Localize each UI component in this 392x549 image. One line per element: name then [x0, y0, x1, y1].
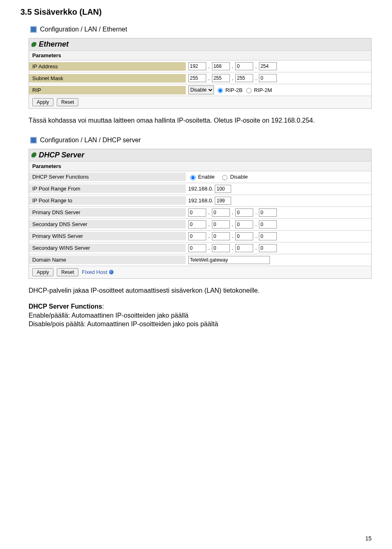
reset-button[interactable]: Reset [57, 268, 78, 276]
dhcp-disable-label: Disable [230, 174, 247, 180]
ethernet-description: Tässä kohdassa voi muuttaa laitteen omaa… [29, 116, 363, 125]
dot-icon: . [255, 75, 257, 81]
leaf-icon [31, 152, 36, 157]
ip-octet-4[interactable] [259, 62, 277, 70]
ip-address-row: IP Address . . . [29, 61, 371, 72]
mask-octet-2[interactable] [212, 74, 230, 82]
dhcp-functions-heading: DHCP Server Functions [29, 303, 102, 310]
dhcp-enable-radio[interactable] [190, 175, 196, 180]
sdns-octet-2[interactable] [212, 220, 230, 229]
pdns-octet-2[interactable] [212, 208, 230, 217]
secondary-wins-row: Secondary WINS Server . . . [29, 242, 371, 254]
domain-name-input[interactable] [188, 256, 270, 264]
pwins-octet-4[interactable] [259, 232, 277, 240]
ethernet-panel: Ethernet Parameters IP Address . . . Sub… [29, 38, 372, 109]
pool-from-prefix: 192.168.0. [188, 186, 213, 192]
dot-icon: . [208, 63, 210, 69]
pool-from-row: IP Pool Range From 192.168.0. [29, 183, 371, 195]
primary-dns-row: Primary DNS Server . . . [29, 207, 371, 219]
sdns-octet-3[interactable] [235, 220, 253, 229]
ip-octet-3[interactable] [235, 62, 253, 70]
rip-label: RIP [29, 86, 186, 94]
ip-octet-1[interactable] [188, 62, 206, 70]
pool-from-label: IP Pool Range From [29, 184, 186, 193]
dhcp-description: DHCP-palvelin jakaa IP-osoitteet automaa… [29, 286, 363, 295]
dot-icon: . [232, 75, 234, 81]
dhcp-functions-line2: Disable/pois päältä: Automaattinen IP-os… [29, 320, 218, 327]
breadcrumb-ethernet: Configuration / LAN / Ethernet [30, 26, 372, 33]
dot-icon: . [255, 233, 257, 239]
swins-octet-4[interactable] [259, 244, 277, 252]
dhcp-button-row: Apply Reset Fixed Host [29, 266, 371, 278]
pool-to-prefix: 192.168.0. [188, 197, 213, 204]
mask-octet-4[interactable] [259, 74, 277, 82]
circle-arrow-icon [109, 270, 114, 274]
subnet-mask-row: Subnet Mask . . . [29, 72, 371, 84]
ethernet-button-row: Apply Reset [29, 96, 371, 108]
secondary-dns-label: Secondary DNS Server [29, 220, 186, 229]
subnet-mask-label: Subnet Mask [29, 74, 186, 83]
pwins-octet-3[interactable] [235, 232, 253, 240]
dhcp-functions-line1: Enable/päällä: Automaattinen IP-osoittei… [29, 312, 188, 319]
rip-2m-label: RIP-2M [254, 87, 272, 93]
dot-icon: . [255, 245, 257, 251]
breadcrumb-text: Configuration / LAN / DHCP server [40, 137, 141, 144]
swins-octet-1[interactable] [188, 244, 206, 252]
dhcp-panel: DHCP Server Parameters DHCP Server Funct… [29, 149, 372, 279]
pdns-octet-1[interactable] [188, 208, 206, 217]
rip-2b-radio[interactable] [218, 88, 223, 93]
primary-wins-label: Primary WINS Server [29, 232, 186, 240]
fixed-host-label: Fixed Host [82, 269, 107, 275]
pool-to-input[interactable] [215, 197, 231, 205]
dot-icon: . [232, 233, 234, 239]
dot-icon: . [208, 75, 210, 81]
dhcp-functions-row: DHCP Server Functions Enable Disable [29, 171, 371, 183]
dot-icon: . [208, 209, 210, 215]
dot-icon: . [232, 209, 234, 215]
dot-icon: . [232, 63, 234, 69]
pdns-octet-3[interactable] [235, 208, 253, 217]
apply-button[interactable]: Apply [32, 98, 53, 106]
pool-to-label: IP Pool Range to [29, 196, 186, 205]
dot-icon: . [232, 245, 234, 251]
rip-select[interactable]: Disable [188, 85, 214, 94]
sdns-octet-1[interactable] [188, 220, 206, 229]
dhcp-functions-block: DHCP Server Functions: Enable/päällä: Au… [29, 302, 363, 329]
pwins-octet-2[interactable] [212, 232, 230, 240]
dhcp-parameters-label: Parameters [29, 161, 371, 171]
dot-icon: . [208, 221, 210, 227]
dot-icon: . [208, 233, 210, 239]
sdns-octet-4[interactable] [259, 220, 277, 229]
ethernet-panel-title: Ethernet [29, 38, 371, 50]
dhcp-enable-label: Enable [198, 174, 214, 180]
pool-from-input[interactable] [215, 185, 231, 193]
dot-icon: . [255, 63, 257, 69]
pwins-octet-1[interactable] [188, 232, 206, 240]
ip-octet-2[interactable] [212, 62, 230, 70]
dhcp-panel-title: DHCP Server [29, 149, 371, 161]
fixed-host-link[interactable]: Fixed Host [82, 269, 113, 275]
mask-octet-1[interactable] [188, 74, 206, 82]
section-heading: 3.5 Sisäverkko (LAN) [20, 7, 372, 17]
reset-button[interactable]: Reset [57, 98, 78, 106]
primary-wins-row: Primary WINS Server . . . [29, 231, 371, 242]
swins-octet-3[interactable] [235, 244, 253, 252]
domain-name-row: Domain Name [29, 254, 371, 266]
apply-button[interactable]: Apply [32, 268, 53, 276]
ethernet-parameters-label: Parameters [29, 50, 371, 61]
dot-icon: . [255, 221, 257, 227]
square-bullet-icon [30, 137, 37, 143]
secondary-wins-label: Secondary WINS Server [29, 244, 186, 252]
mask-octet-3[interactable] [235, 74, 253, 82]
breadcrumb-dhcp: Configuration / LAN / DHCP server [30, 137, 372, 144]
swins-octet-2[interactable] [212, 244, 230, 252]
breadcrumb-text: Configuration / LAN / Ethernet [40, 26, 127, 33]
pool-to-row: IP Pool Range to 192.168.0. [29, 195, 371, 207]
pdns-octet-4[interactable] [259, 208, 277, 217]
dot-icon: . [255, 209, 257, 215]
rip-2b-label: RIP-2B [225, 87, 243, 93]
primary-dns-label: Primary DNS Server [29, 208, 186, 217]
dhcp-title-text: DHCP Server [39, 151, 84, 159]
rip-2m-radio[interactable] [246, 88, 252, 93]
dhcp-disable-radio[interactable] [222, 175, 227, 180]
